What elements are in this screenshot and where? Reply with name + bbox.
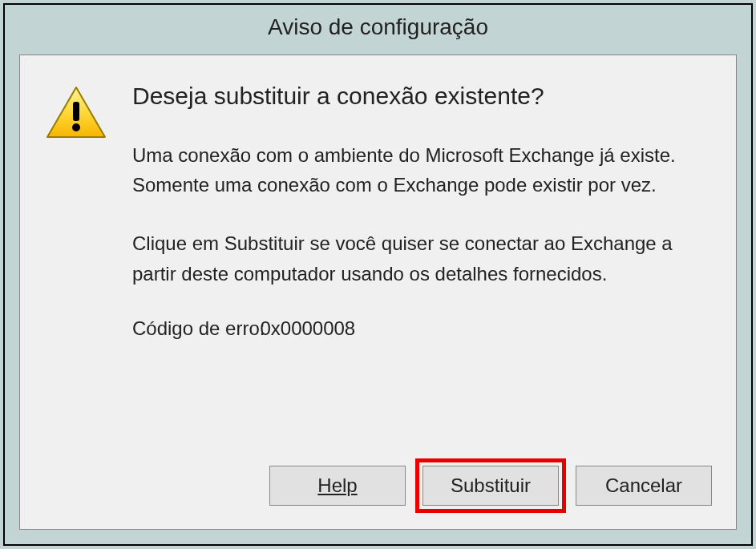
- svg-point-2: [72, 123, 80, 131]
- replace-button-highlight: Substituir: [415, 458, 566, 513]
- configuration-warning-dialog: Aviso de configuração: [3, 3, 753, 546]
- help-button[interactable]: Help: [269, 466, 406, 506]
- text-column: Deseja substituir a conexão existente? U…: [124, 79, 712, 442]
- error-code: 0x0000008: [260, 317, 355, 339]
- replace-button[interactable]: Substituir: [422, 466, 559, 506]
- cancel-button[interactable]: Cancelar: [576, 466, 712, 506]
- icon-column: [44, 79, 124, 442]
- dialog-body: Deseja substituir a conexão existente? U…: [44, 79, 712, 442]
- button-row: Help Substituir Cancelar: [44, 458, 712, 513]
- dialog-content-panel: Deseja substituir a conexão existente? U…: [19, 54, 737, 530]
- warning-icon: [44, 84, 108, 142]
- dialog-paragraph-1: Uma conexão com o ambiente do Microsoft …: [132, 140, 712, 200]
- dialog-paragraph-2: Clique em Substituir se você quiser se c…: [132, 228, 712, 288]
- error-label: Código de erro:: [132, 317, 265, 339]
- dialog-heading: Deseja substituir a conexão existente?: [132, 79, 712, 113]
- error-line: Código de erro:0x0000008: [132, 317, 712, 340]
- dialog-title: Aviso de configuração: [5, 5, 751, 54]
- svg-rect-1: [73, 102, 79, 121]
